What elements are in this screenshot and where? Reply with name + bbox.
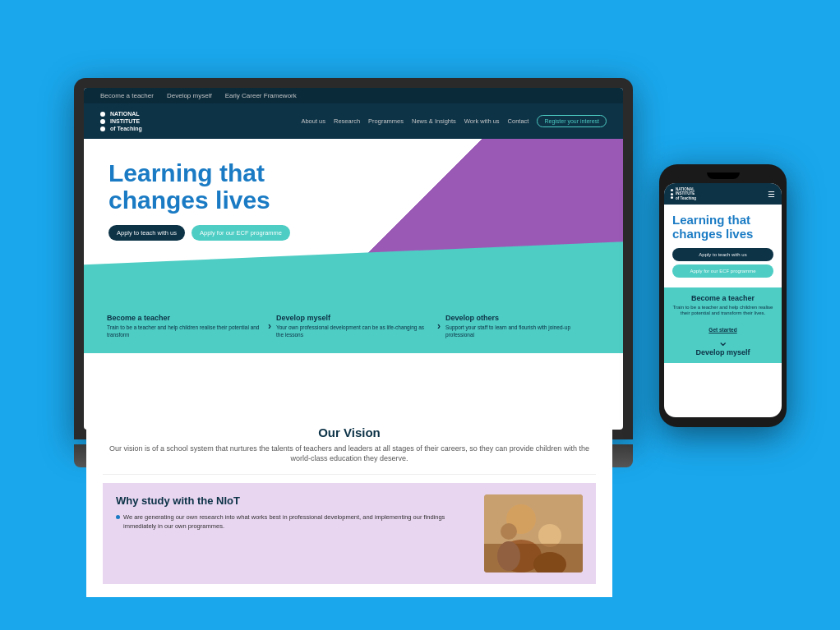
card-2-title: Develop myself <box>276 314 431 322</box>
card-2-text: Your own professional development can be… <box>276 324 431 338</box>
phone-body: NATIONAL INSTITUTE of Teaching ☰ Learnin… <box>659 164 787 427</box>
study-section: Why study with the NIoT We are generatin… <box>103 483 596 584</box>
phone-card-2-title: Develop myself <box>672 348 773 356</box>
card-1-text: Train to be a teacher and help children … <box>107 324 261 338</box>
card-3-title: Develop others <box>445 314 600 322</box>
vision-section: Our Vision Our vision is of a school sys… <box>103 425 596 475</box>
card-develop-myself[interactable]: Develop myself Your own professional dev… <box>270 309 437 343</box>
nav-about[interactable]: About us <box>301 117 325 125</box>
laptop-body: Become a teacher Develop myself Early Ca… <box>74 78 633 439</box>
site-topbar: Become a teacher Develop myself Early Ca… <box>84 88 623 103</box>
logo-dot-2 <box>100 119 105 124</box>
topbar-link-3[interactable]: Early Career Framework <box>225 92 297 99</box>
phone-logo-dots <box>671 189 673 199</box>
card-3-text: Support your staff to learn and flourish… <box>445 324 600 338</box>
phone-dot-2 <box>671 193 673 195</box>
study-bullet-text: We are generating our own research into … <box>123 513 471 531</box>
card-develop-others[interactable]: Develop others Support your staff to lea… <box>439 309 607 343</box>
hero-btn-apply-teach[interactable]: Apply to teach with us <box>108 225 185 241</box>
phone-hero: Learning that changes lives Apply to tea… <box>664 205 782 287</box>
bullet-dot-icon <box>116 515 120 519</box>
phone-hero-title: Learning that changes lives <box>672 213 773 241</box>
site-navbar: NATIONAL INSTITUTE of Teaching About us … <box>84 103 623 139</box>
svg-point-3 <box>538 524 561 547</box>
phone-logo-text: NATIONAL INSTITUTE of Teaching <box>676 187 696 200</box>
phone-screen: NATIONAL INSTITUTE of Teaching ☰ Learnin… <box>664 183 782 417</box>
nav-links: About us Research Programmes News & Insi… <box>301 115 607 127</box>
nav-programmes[interactable]: Programmes <box>368 117 404 125</box>
study-text-block: Why study with the NIoT We are generatin… <box>116 494 471 573</box>
svg-point-6 <box>501 523 517 540</box>
hero-content: Learning that changes lives Apply to tea… <box>84 139 623 253</box>
logo-dot-3 <box>100 126 105 131</box>
phone-device: NATIONAL INSTITUTE of Teaching ☰ Learnin… <box>659 164 787 427</box>
vision-text: Our vision is of a school system that nu… <box>103 444 596 464</box>
logo-dot-1 <box>100 112 105 117</box>
nav-work[interactable]: Work with us <box>464 117 500 125</box>
nav-research[interactable]: Research <box>334 117 360 125</box>
phone-btn-ecf[interactable]: Apply for our ECF programme <box>672 264 773 278</box>
phone-card-1-title: Become a teacher <box>672 294 773 302</box>
below-laptop-content: Our Vision Our vision is of a school sys… <box>86 412 612 597</box>
phone-navbar: NATIONAL INSTITUTE of Teaching ☰ <box>664 183 782 205</box>
phone-logo: NATIONAL INSTITUTE of Teaching <box>671 187 696 200</box>
site-logo: NATIONAL INSTITUTE of Teaching <box>100 110 142 132</box>
hero-btn-ecf[interactable]: Apply for our ECF programme <box>192 225 290 241</box>
vision-title: Our Vision <box>103 425 596 439</box>
logo-dots <box>100 112 105 131</box>
phone-btn-apply-teach[interactable]: Apply to teach with us <box>672 248 773 261</box>
study-image <box>484 494 583 573</box>
card-1-title: Become a teacher <box>107 314 261 322</box>
site-hero: Learning that changes lives Apply to tea… <box>84 139 623 299</box>
phone-notch <box>707 172 740 179</box>
hero-buttons: Apply to teach with us Apply for our ECF… <box>108 225 598 241</box>
study-title: Why study with the NIoT <box>116 494 471 507</box>
site-cards: Become a teacher Train to be a teacher a… <box>84 299 623 353</box>
phone-chevron-icon: ⌄ <box>672 335 773 348</box>
study-bullet-1: We are generating our own research into … <box>116 513 471 531</box>
hamburger-icon[interactable]: ☰ <box>768 190 775 199</box>
phone-cards: Become a teacher Train to be a teacher a… <box>664 287 782 364</box>
topbar-link-1[interactable]: Become a teacher <box>100 92 154 99</box>
phone-get-started-link[interactable]: Get started <box>708 327 736 333</box>
nav-news[interactable]: News & Insights <box>412 117 456 125</box>
svg-point-7 <box>497 541 520 571</box>
laptop-screen: Become a teacher Develop myself Early Ca… <box>84 88 623 430</box>
card-become-teacher[interactable]: Become a teacher Train to be a teacher a… <box>100 309 268 343</box>
hero-title: Learning that changes lives <box>108 159 598 214</box>
logo-text: NATIONAL INSTITUTE of Teaching <box>110 110 142 132</box>
phone-dot-1 <box>671 189 673 191</box>
study-image-svg <box>484 494 583 573</box>
phone-card-1-text: Train to be a teacher and help children … <box>672 305 773 318</box>
nav-contact[interactable]: Contact <box>508 117 529 125</box>
phone-dot-3 <box>671 196 673 199</box>
topbar-link-2[interactable]: Develop myself <box>167 92 212 99</box>
register-button[interactable]: Register your interest <box>537 115 607 127</box>
